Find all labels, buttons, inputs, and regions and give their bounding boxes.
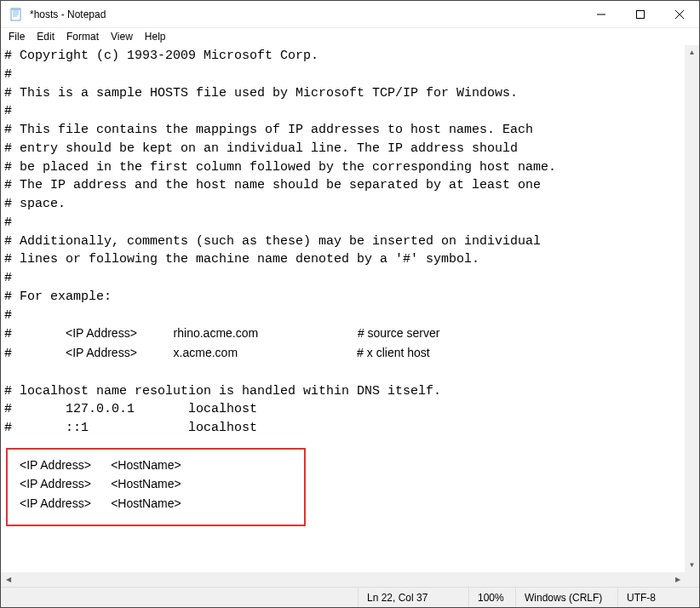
notepad-icon <box>8 6 25 23</box>
menu-help[interactable]: Help <box>139 30 172 43</box>
status-line-ending: Windows (CRLF) <box>516 588 618 607</box>
menu-format[interactable]: Format <box>60 30 105 43</box>
scroll-left-arrow[interactable]: ◀ <box>1 572 15 587</box>
window-controls <box>582 1 699 27</box>
scroll-up-arrow[interactable]: ▲ <box>685 45 699 60</box>
scroll-right-arrow[interactable]: ▶ <box>670 572 685 587</box>
menubar: File Edit Format View Help <box>1 28 699 45</box>
status-zoom: 100% <box>469 588 516 607</box>
menu-edit[interactable]: Edit <box>31 30 60 43</box>
scroll-corner <box>685 572 699 587</box>
window-title: *hosts - Notepad <box>30 9 582 20</box>
horizontal-scrollbar[interactable]: ◀ ▶ <box>1 572 685 587</box>
text-editor[interactable]: # Copyright (c) 1993-2009 Microsoft Corp… <box>1 45 685 572</box>
svg-rect-5 <box>11 8 20 10</box>
statusbar: Ln 22, Col 37 100% Windows (CRLF) UTF-8 <box>1 587 699 607</box>
menu-view[interactable]: View <box>105 30 139 43</box>
status-spacer <box>1 588 359 607</box>
minimize-button[interactable] <box>582 1 621 27</box>
titlebar: *hosts - Notepad <box>1 1 699 28</box>
scroll-down-arrow[interactable]: ▼ <box>685 558 699 572</box>
status-encoding: UTF-8 <box>618 588 699 607</box>
svg-rect-7 <box>637 10 645 18</box>
close-button[interactable] <box>660 1 699 27</box>
scroll-track-h[interactable] <box>15 572 670 587</box>
menu-file[interactable]: File <box>3 30 31 43</box>
scroll-track-v[interactable] <box>685 60 699 558</box>
vertical-scrollbar[interactable]: ▲ ▼ <box>685 45 699 572</box>
status-line-col: Ln 22, Col 37 <box>359 588 469 607</box>
maximize-button[interactable] <box>621 1 660 27</box>
editor-area: # Copyright (c) 1993-2009 Microsoft Corp… <box>1 45 699 587</box>
